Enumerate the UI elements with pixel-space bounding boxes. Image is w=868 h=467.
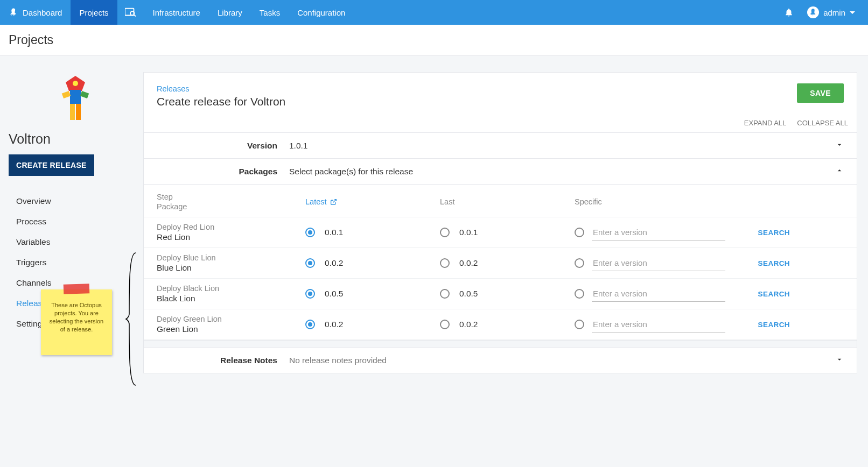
- svg-point-9: [73, 81, 78, 86]
- external-link-icon: [330, 199, 337, 206]
- svg-rect-8: [76, 104, 81, 120]
- bracket-icon: [125, 252, 138, 386]
- radio-last[interactable]: [440, 320, 450, 329]
- search-link[interactable]: SEARCH: [725, 259, 790, 267]
- radio-specific[interactable]: [575, 228, 584, 237]
- search-link[interactable]: SEARCH: [725, 229, 790, 237]
- project-title: Voltron: [9, 131, 143, 147]
- collapse-all-link[interactable]: COLLAPSE ALL: [797, 119, 848, 127]
- expand-all-link[interactable]: EXPAND ALL: [744, 119, 787, 127]
- package-step-cell: Deploy Black LionBlack Lion: [157, 284, 305, 303]
- radio-latest[interactable]: [305, 320, 315, 329]
- notifications-button[interactable]: [779, 3, 799, 22]
- nav-infra-label: Infrastructure: [153, 8, 200, 17]
- col-latest[interactable]: Latest: [305, 197, 440, 206]
- svg-rect-7: [70, 104, 75, 120]
- radio-last[interactable]: [440, 289, 450, 299]
- sticky-tape: [64, 284, 90, 294]
- radio-last[interactable]: [440, 228, 450, 237]
- packages-label: Packages: [157, 167, 289, 176]
- sidebar-item-process[interactable]: Process: [8, 211, 143, 232]
- package-name: Blue Lion: [157, 263, 305, 273]
- specific-cell: [575, 224, 725, 240]
- search-link[interactable]: SEARCH: [725, 321, 790, 329]
- radio-last[interactable]: [440, 258, 450, 268]
- nav-right: admin: [779, 3, 868, 22]
- nav-tasks[interactable]: Tasks: [251, 0, 289, 25]
- radio-specific[interactable]: [575, 258, 584, 268]
- latest-cell: 0.0.5: [305, 289, 440, 299]
- step-name: Deploy Green Lion: [157, 315, 305, 323]
- radio-specific[interactable]: [575, 289, 584, 299]
- release-notes-label: Release Notes: [157, 356, 289, 365]
- packages-table: Step Package Latest Last Specific Deploy…: [144, 185, 857, 340]
- chevron-down-icon: [835, 140, 844, 151]
- save-button[interactable]: SAVE: [797, 83, 844, 103]
- specific-version-input[interactable]: [592, 286, 725, 302]
- nav-dashboard-label: Dashboard: [23, 8, 62, 17]
- nav-projects[interactable]: Projects: [71, 0, 117, 25]
- radio-specific[interactable]: [575, 320, 584, 329]
- step-name: Deploy Black Lion: [157, 284, 305, 293]
- nav-configuration[interactable]: Configuration: [289, 0, 354, 25]
- card-title: Create release for Voltron: [157, 95, 285, 108]
- package-step-cell: Deploy Green LionGreen Lion: [157, 315, 305, 334]
- nav-library[interactable]: Library: [209, 0, 251, 25]
- radio-latest[interactable]: [305, 289, 315, 299]
- specific-version-input[interactable]: [592, 316, 725, 332]
- last-cell: 0.0.2: [440, 258, 575, 268]
- package-row: Deploy Black LionBlack Lion0.0.50.0.5SEA…: [144, 279, 857, 309]
- latest-cell: 0.0.2: [305, 258, 440, 268]
- specific-version-input[interactable]: [592, 255, 725, 271]
- main: Voltron CREATE RELEASE OverviewProcessVa…: [0, 56, 868, 467]
- package-name: Red Lion: [157, 232, 305, 242]
- user-octopus-icon: [809, 8, 817, 17]
- nav-infrastructure[interactable]: Infrastructure: [144, 0, 209, 25]
- specific-version-input[interactable]: [592, 224, 725, 240]
- chevron-down-icon: [835, 355, 844, 365]
- search-link[interactable]: SEARCH: [725, 290, 790, 298]
- sidebar-item-triggers[interactable]: Triggers: [8, 252, 143, 273]
- sticky-note: These are Octopus projects. You are sele…: [41, 289, 112, 355]
- sticky-note-text: These are Octopus projects. You are sele…: [50, 302, 103, 332]
- sidebar-item-variables[interactable]: Variables: [8, 232, 143, 252]
- section-divider: [144, 340, 857, 348]
- nav-search[interactable]: [117, 0, 144, 25]
- version-value: 1.0.1: [289, 141, 835, 151]
- breadcrumb-releases[interactable]: Releases: [157, 84, 285, 93]
- package-step-cell: Deploy Blue LionBlue Lion: [157, 253, 305, 273]
- radio-latest[interactable]: [305, 258, 315, 268]
- release-notes-hint: No release notes provided: [289, 356, 387, 365]
- col-step-package: Step Package: [157, 192, 305, 211]
- specific-cell: [575, 316, 725, 332]
- svg-rect-4: [70, 90, 81, 104]
- specific-cell: [575, 286, 725, 302]
- last-version: 0.0.2: [459, 320, 478, 329]
- last-version: 0.0.2: [459, 258, 478, 268]
- last-cell: 0.0.5: [440, 289, 575, 299]
- sidebar-item-overview[interactable]: Overview: [8, 191, 143, 211]
- step-name: Deploy Red Lion: [157, 223, 305, 231]
- packages-section-header[interactable]: Packages Select package(s) for this rele…: [144, 159, 857, 185]
- nav-projects-label: Projects: [79, 8, 108, 17]
- create-release-button[interactable]: CREATE RELEASE: [9, 154, 94, 176]
- latest-version: 0.0.5: [325, 289, 343, 299]
- packages-hint: Select package(s) for this release: [289, 167, 835, 176]
- version-section[interactable]: Version 1.0.1: [144, 133, 857, 159]
- release-notes-section[interactable]: Release Notes No release notes provided: [144, 348, 857, 373]
- radio-latest[interactable]: [305, 228, 315, 237]
- latest-version: 0.0.1: [325, 228, 343, 237]
- nav-left: Dashboard Projects Infrastructure Librar…: [0, 0, 354, 25]
- latest-cell: 0.0.1: [305, 228, 440, 237]
- nav-dashboard[interactable]: Dashboard: [0, 0, 71, 25]
- svg-line-2: [134, 15, 136, 17]
- svg-line-10: [333, 199, 336, 202]
- package-row: Deploy Green LionGreen Lion0.0.20.0.2SEA…: [144, 309, 857, 340]
- user-menu[interactable]: admin: [807, 6, 855, 18]
- caret-down-icon: [850, 11, 855, 14]
- octopus-icon: [9, 8, 18, 17]
- release-card: Releases Create release for Voltron SAVE…: [143, 72, 857, 373]
- specific-cell: [575, 255, 725, 271]
- package-row: Deploy Blue LionBlue Lion0.0.20.0.2SEARC…: [144, 248, 857, 279]
- svg-rect-6: [80, 91, 89, 98]
